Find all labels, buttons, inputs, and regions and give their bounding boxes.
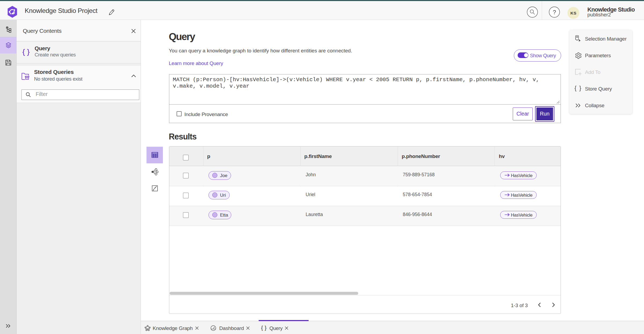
svg-text:?: ? bbox=[553, 9, 556, 16]
